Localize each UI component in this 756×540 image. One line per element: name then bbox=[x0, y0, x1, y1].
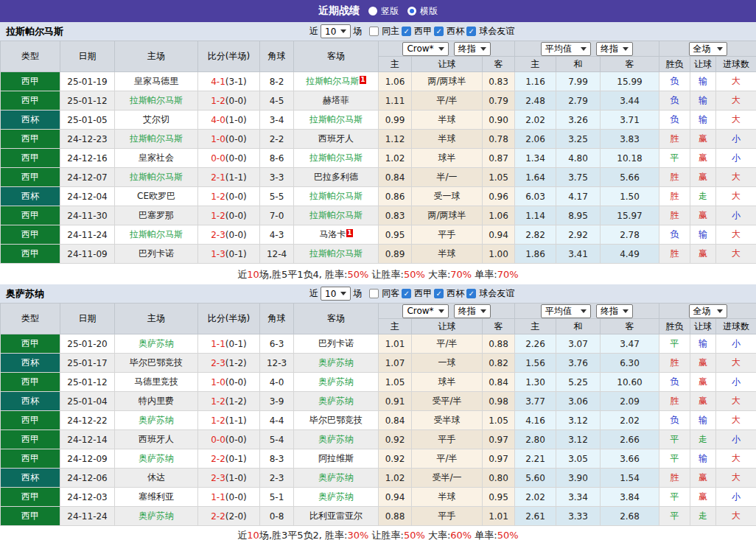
team-name: 阿拉维斯 bbox=[318, 453, 354, 463]
avg-group-header: 平均值 终指 bbox=[515, 41, 659, 57]
avg-home-odds-cell: 1.14 bbox=[515, 206, 556, 225]
crow-away-odds-cell: 0.95 bbox=[483, 488, 515, 507]
checkbox-league-cup[interactable] bbox=[434, 289, 444, 298]
avg-home-odds-cell: 1.34 bbox=[515, 149, 556, 168]
match-date-cell: 25-01-12 bbox=[60, 91, 115, 111]
avg-away-odds-cell: 10.18 bbox=[601, 149, 659, 168]
crow-away-odds-cell: 1.01 bbox=[483, 507, 515, 526]
away-team-cell: 拉斯帕尔马斯 bbox=[294, 187, 379, 206]
chevron-down-icon bbox=[340, 292, 346, 295]
halftime-score: (1-0) bbox=[225, 473, 247, 483]
average-select[interactable]: 平均值 bbox=[541, 42, 591, 56]
team-name: 奥萨苏纳 bbox=[139, 453, 174, 463]
crow-group-header: Crow* 终指 bbox=[379, 304, 515, 319]
league-type-badge: 西甲 bbox=[1, 334, 60, 354]
bookmaker-select[interactable]: Crow* bbox=[402, 304, 448, 318]
games-label: 场 bbox=[353, 25, 362, 38]
col-crow-handicap: 让球 bbox=[412, 319, 483, 334]
checkbox-same-home[interactable] bbox=[369, 27, 379, 36]
fulltime-select[interactable]: 全场 bbox=[689, 304, 727, 318]
crow-away-odds-cell: 0.96 bbox=[483, 187, 515, 206]
result-wdl-cell: 胜 bbox=[659, 206, 690, 225]
col-crow-handicap: 让球 bbox=[412, 57, 483, 72]
result-handicap-cell: 输 bbox=[690, 449, 716, 469]
team-name: 休达 bbox=[147, 472, 165, 483]
checkbox-same-away[interactable] bbox=[369, 289, 379, 298]
team-name: 毕尔巴鄂竞技 bbox=[130, 357, 183, 368]
radio-vertical-mode[interactable]: 竖版 bbox=[368, 5, 399, 18]
team-name: 奥萨苏纳 bbox=[139, 338, 174, 348]
chevron-down-icon bbox=[717, 309, 723, 313]
result-goals-cell: 大 bbox=[716, 168, 756, 187]
team-name: 艾尔切 bbox=[143, 114, 169, 125]
corner-cell: 5-4 bbox=[260, 430, 294, 449]
fulltime-score: 1-2 bbox=[211, 415, 225, 426]
avg-home-odds-cell: 2.26 bbox=[515, 334, 556, 354]
match-date-cell: 24-12-22 bbox=[60, 411, 115, 430]
col-corner: 角球 bbox=[260, 41, 294, 72]
match-row: 西甲24-11-30巴塞罗那1-2(0-0)7-0拉斯帕尔马斯0.83两/两球半… bbox=[1, 206, 756, 225]
avg-away-odds-cell: 6.30 bbox=[601, 354, 659, 373]
match-date-cell: 24-12-06 bbox=[60, 469, 115, 488]
avg-draw-odds-cell: 3.07 bbox=[556, 334, 601, 354]
result-handicap-cell: 赢 bbox=[690, 392, 716, 411]
crow-odds-stage-select[interactable]: 终指 bbox=[454, 304, 491, 318]
radio-horizontal-mode[interactable]: 横版 bbox=[407, 5, 438, 18]
result-wdl-cell: 平 bbox=[659, 334, 690, 354]
match-date-cell: 25-01-05 bbox=[60, 111, 115, 130]
checkbox-league-friendly[interactable] bbox=[466, 289, 476, 298]
team-name: 奥萨苏纳 bbox=[139, 511, 174, 521]
fulltime-score: 2-3 bbox=[211, 473, 225, 483]
fulltime-score: 2-2 bbox=[211, 511, 225, 522]
radio-icon-horizontal[interactable] bbox=[407, 7, 416, 15]
score-cell: 2-3(0-0) bbox=[198, 225, 260, 245]
bookmaker-select[interactable]: Crow* bbox=[402, 42, 448, 56]
avg-home-odds-cell: 6.03 bbox=[515, 187, 556, 206]
summary-segment: 50% bbox=[347, 269, 368, 280]
corner-cell: 12-3 bbox=[260, 354, 294, 373]
checkbox-league-liga[interactable] bbox=[402, 289, 411, 298]
fulltime-score: 2-3 bbox=[211, 358, 225, 368]
crow-handicap-cell: 两/两球半 bbox=[412, 206, 483, 225]
result-handicap-cell: 输 bbox=[690, 334, 716, 354]
score-cell: 1-2(0-0) bbox=[198, 206, 260, 225]
fulltime-select[interactable]: 全场 bbox=[689, 42, 727, 56]
league-type-badge: 西甲 bbox=[1, 507, 60, 526]
crow-home-odds-cell: 0.88 bbox=[379, 507, 412, 526]
checkbox-league-cup[interactable] bbox=[434, 27, 444, 36]
home-team-cell: 巴列卡诺 bbox=[115, 245, 198, 264]
avg-draw-odds-cell: 3.05 bbox=[556, 449, 601, 469]
avg-away-odds-cell: 3.84 bbox=[601, 488, 659, 507]
radio-icon-vertical[interactable] bbox=[368, 7, 377, 15]
halftime-score: (0-1) bbox=[225, 249, 247, 259]
match-date-cell: 25-01-20 bbox=[60, 334, 115, 354]
crow-handicap-cell: 平手 bbox=[412, 225, 483, 245]
crow-odds-stage-select[interactable]: 终指 bbox=[454, 42, 491, 56]
team-name: 奥萨苏纳 bbox=[318, 491, 354, 502]
avg-away-odds-cell: 15.99 bbox=[601, 72, 659, 91]
friendly-label: 球会友谊 bbox=[479, 287, 514, 300]
result-handicap-cell: 赢 bbox=[690, 149, 716, 168]
match-date-cell: 24-12-09 bbox=[60, 449, 115, 469]
corner-cell: 8-6 bbox=[260, 149, 294, 168]
checkbox-league-liga[interactable] bbox=[402, 27, 411, 36]
near-count-select[interactable]: 10 bbox=[321, 287, 351, 301]
matches-table-osasuna: 类型 日期 主场 比分(半场) 角球 客场 Crow* 终指 平均值 终指 全场 bbox=[0, 303, 756, 526]
match-row: 西甲25-01-19皇家马德里4-1(3-1)8-2拉斯帕尔马斯11.06两/两… bbox=[1, 72, 756, 91]
col-result-goals: 进球数 bbox=[716, 57, 756, 72]
avg-odds-stage-select[interactable]: 终指 bbox=[596, 304, 633, 318]
league-type-badge: 西甲 bbox=[1, 449, 60, 469]
team-name: 奥萨苏纳 bbox=[318, 434, 354, 444]
matches-tbody: 西甲25-01-19皇家马德里4-1(3-1)8-2拉斯帕尔马斯11.06两/两… bbox=[1, 72, 756, 264]
near-count-select[interactable]: 10 bbox=[321, 24, 351, 38]
result-handicap-cell: 走 bbox=[690, 507, 716, 526]
avg-draw-odds-cell: 3.34 bbox=[556, 488, 601, 507]
home-team-cell: 塞维利亚 bbox=[115, 488, 198, 507]
avg-odds-stage-select[interactable]: 终指 bbox=[596, 42, 633, 56]
average-select[interactable]: 平均值 bbox=[541, 304, 591, 318]
league-type-badge: 西甲 bbox=[1, 225, 60, 245]
checkbox-league-friendly[interactable] bbox=[466, 27, 476, 36]
match-row: 西杯24-12-06休达2-3(1-0)2-3奥萨苏纳1.02受半/一0.805… bbox=[1, 469, 756, 488]
corner-cell: 12-4 bbox=[260, 245, 294, 264]
radio-vertical-label: 竖版 bbox=[381, 5, 399, 18]
